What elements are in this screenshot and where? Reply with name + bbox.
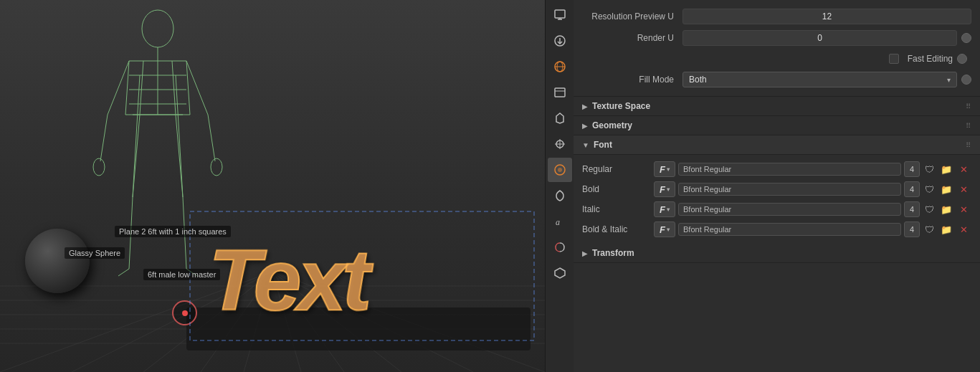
- svg-line-39: [172, 61, 176, 115]
- font-arrow: ▼: [582, 141, 589, 149]
- resolution-preview-input[interactable]: 12: [682, 9, 971, 24]
- font-regular-number: 4: [904, 161, 920, 177]
- svg-line-28: [208, 115, 215, 161]
- particles-icon[interactable]: [548, 183, 572, 208]
- fill-mode-keyframe-dot[interactable]: [961, 75, 971, 85]
- geometry-title: Geometry: [592, 120, 966, 130]
- svg-text:a: a: [556, 217, 560, 227]
- font-regular-shield-icon[interactable]: 🛡: [921, 161, 937, 177]
- render-u-input[interactable]: 0: [682, 30, 957, 46]
- svg-point-30: [211, 158, 222, 176]
- svg-point-15: [142, 10, 173, 47]
- render-u-row: Render U 0: [582, 27, 971, 49]
- font-bold-italic-label: Bold & Italic: [582, 224, 654, 234]
- font-section-header[interactable]: ▼ Font ⠿: [574, 135, 980, 155]
- fast-editing-checkbox[interactable]: [889, 54, 899, 64]
- sphere-label: Glassy Sphere: [65, 247, 125, 259]
- font-bold-italic-delete-icon[interactable]: ✕: [956, 221, 971, 237]
- font-bold-italic-number: 4: [904, 221, 920, 237]
- svg-line-38: [140, 61, 143, 115]
- fill-mode-value: Both: [689, 75, 947, 85]
- font-bold-italic-folder-icon[interactable]: 📁: [938, 221, 954, 237]
- data-icon[interactable]: [548, 261, 572, 285]
- svg-line-27: [100, 115, 108, 161]
- fast-editing-label: Fast Editing: [908, 54, 953, 64]
- font-italic-btn[interactable]: F ▾: [654, 201, 675, 217]
- transform-title: Transform: [592, 248, 971, 258]
- sidebar-icons: a: [545, 0, 574, 372]
- font-italic-folder-icon[interactable]: 📁: [938, 201, 954, 217]
- font-bold-shield-icon[interactable]: 🛡: [921, 181, 937, 197]
- font-italic-chevron: ▾: [667, 206, 670, 213]
- font-row-bold-italic: Bold & Italic F ▾ Bfont Regular 4 🛡 📁 ✕: [582, 219, 971, 239]
- font-bold-italic-name[interactable]: Bfont Regular: [678, 223, 901, 236]
- glass-sphere: [25, 229, 90, 293]
- font-row-regular: Regular F ▾ Bfont Regular 4 🛡 📁 ✕: [582, 159, 971, 179]
- font-bold-italic-chevron: ▾: [667, 226, 670, 233]
- font-bold-folder-icon[interactable]: 📁: [938, 181, 954, 197]
- font-bold-btn[interactable]: F ▾: [654, 181, 675, 197]
- svg-rect-43: [555, 10, 565, 18]
- geometry-section[interactable]: ▶ Geometry ⠿: [574, 116, 980, 135]
- geometry-menu[interactable]: ⠿: [966, 122, 971, 130]
- font-menu[interactable]: ⠿: [966, 141, 971, 149]
- text-object: Text: [206, 232, 369, 330]
- font-regular-folder-icon[interactable]: 📁: [938, 161, 954, 177]
- font-regular-label: Regular: [582, 164, 654, 174]
- svg-marker-59: [555, 268, 565, 278]
- constraints-icon[interactable]: [548, 235, 572, 259]
- fill-mode-label: Fill Mode: [582, 75, 682, 85]
- properties-panel: Resolution Preview U 12 Render U 0 Fast …: [574, 0, 980, 372]
- view-layer-icon[interactable]: [548, 54, 572, 79]
- fast-editing-row: Fast Editing: [582, 49, 971, 69]
- font-regular-chevron: ▾: [667, 166, 670, 173]
- font-regular-btn[interactable]: F ▾: [654, 161, 675, 177]
- geometry-arrow: ▶: [582, 122, 588, 130]
- font-italic-label: Italic: [582, 204, 654, 214]
- render-u-label: Render U: [582, 33, 682, 43]
- font-bold-italic-btn[interactable]: F ▾: [654, 221, 675, 237]
- texture-space-title: Texture Space: [592, 101, 966, 111]
- font-rows-container: Regular F ▾ Bfont Regular 4 🛡 📁 ✕ Bold F…: [574, 155, 980, 244]
- resolution-preview-label: Resolution Preview U: [582, 11, 682, 22]
- fill-mode-dropdown[interactable]: Both ▾: [682, 72, 957, 87]
- font-title: Font: [594, 140, 966, 150]
- font-row-bold: Bold F ▾ Bfont Regular 4 🛡 📁 ✕: [582, 179, 971, 199]
- font-regular-name[interactable]: Bfont Regular: [678, 163, 901, 176]
- texture-space-menu[interactable]: ⠿: [966, 102, 971, 110]
- scene-icon[interactable]: [548, 80, 572, 105]
- resolution-preview-row: Resolution Preview U 12: [582, 6, 971, 27]
- font-bold-name[interactable]: Bfont Regular: [678, 183, 901, 196]
- viewport[interactable]: Text Plane 2 6ft with 1 inch squares Gla…: [0, 0, 545, 372]
- texture-space-section[interactable]: ▶ Texture Space ⠿: [574, 97, 980, 116]
- font-bold-label: Bold: [582, 184, 654, 194]
- output-icon[interactable]: [548, 29, 572, 53]
- svg-point-29: [93, 158, 105, 176]
- physics-icon[interactable]: a: [548, 209, 572, 234]
- font-italic-name[interactable]: Bfont Regular: [678, 203, 901, 216]
- texture-space-arrow: ▶: [582, 102, 588, 110]
- svg-rect-51: [555, 88, 565, 97]
- font-bold-number: 4: [904, 181, 920, 197]
- resolution-preview-section: Resolution Preview U 12 Render U 0 Fast …: [574, 0, 980, 97]
- render-icon[interactable]: [548, 3, 572, 27]
- font-italic-shield-icon[interactable]: 🛡: [921, 201, 937, 217]
- fast-editing-keyframe-dot[interactable]: [957, 54, 967, 64]
- font-regular-delete-icon[interactable]: ✕: [956, 161, 971, 177]
- transform-arrow: ▶: [582, 249, 588, 257]
- svg-line-36: [118, 269, 129, 276]
- font-bold-italic-shield-icon[interactable]: 🛡: [921, 221, 937, 237]
- object-icon[interactable]: [548, 132, 572, 156]
- world-icon[interactable]: [548, 106, 572, 130]
- font-italic-number: 4: [904, 201, 920, 217]
- svg-point-57: [558, 168, 562, 172]
- chevron-down-icon: ▾: [947, 76, 951, 84]
- male-label: 6ft male low master: [143, 269, 220, 280]
- transform-section[interactable]: ▶ Transform: [574, 244, 980, 263]
- fill-mode-row: Fill Mode Both ▾: [582, 69, 971, 90]
- font-bold-delete-icon[interactable]: ✕: [956, 181, 971, 197]
- modifier-icon[interactable]: [548, 158, 572, 182]
- origin-dot: [182, 310, 188, 316]
- font-italic-delete-icon[interactable]: ✕: [956, 201, 971, 217]
- render-u-keyframe-dot[interactable]: [961, 33, 971, 43]
